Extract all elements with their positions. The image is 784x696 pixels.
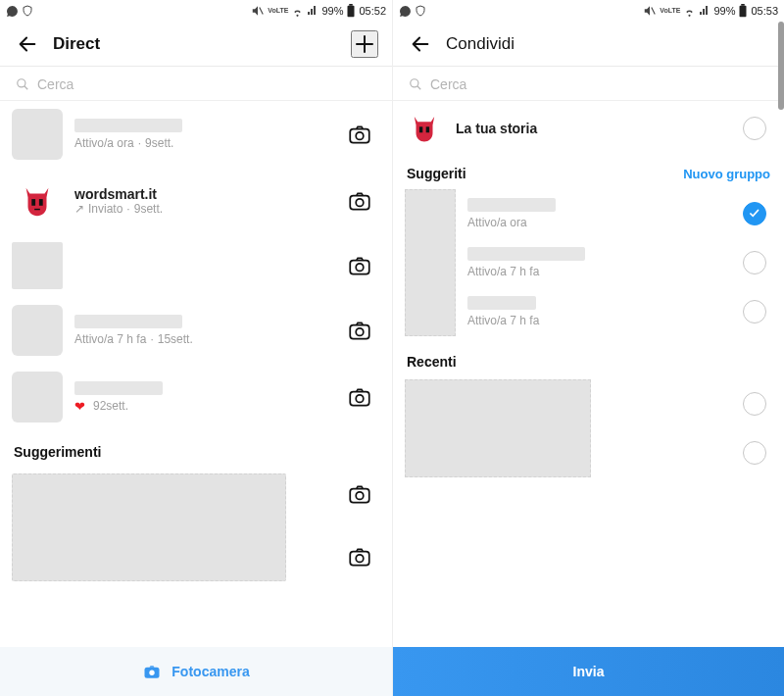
camera-button[interactable] — [345, 186, 374, 216]
camera-button[interactable] — [345, 120, 374, 149]
suggestion-row[interactable] — [0, 466, 392, 589]
avatar-redacted — [12, 242, 63, 289]
page-title: Condividi — [446, 34, 770, 54]
back-button[interactable] — [14, 30, 41, 58]
your-story-row[interactable]: La tua storia — [393, 101, 784, 156]
svg-point-6 — [356, 132, 364, 140]
signal-icon — [699, 5, 710, 17]
select-radio[interactable] — [743, 300, 766, 323]
mute-icon — [251, 4, 265, 18]
volte-icon: VoLTE — [268, 8, 288, 14]
share-row[interactable]: Attivo/a ora — [467, 198, 772, 229]
select-radio[interactable] — [743, 441, 766, 465]
chat-username: wordsmart.it — [74, 186, 345, 202]
avatar — [12, 175, 63, 226]
search-field[interactable]: Cerca — [393, 67, 784, 100]
camera-button[interactable] — [345, 382, 374, 412]
share-status: Attivo/a ora — [467, 216, 743, 229]
battery-text: 99% — [321, 5, 343, 17]
camera-button[interactable] — [345, 479, 374, 509]
whatsapp-icon — [399, 5, 412, 18]
shield-icon — [415, 5, 426, 17]
svg-point-22 — [150, 671, 155, 675]
svg-rect-13 — [350, 325, 369, 339]
svg-rect-19 — [350, 552, 369, 566]
mute-icon — [643, 4, 657, 18]
your-story-label: La tua storia — [456, 121, 743, 136]
search-icon — [16, 77, 29, 91]
svg-point-16 — [356, 395, 364, 403]
chat-row[interactable] — [0, 234, 392, 297]
svg-rect-9 — [350, 196, 369, 210]
camera-bar-label: Fotocamera — [172, 664, 249, 679]
wifi-icon — [683, 5, 696, 18]
whatsapp-icon — [6, 5, 19, 18]
svg-rect-24 — [740, 6, 747, 17]
camera-button[interactable] — [345, 542, 374, 572]
avatars-redacted — [405, 189, 456, 336]
screen-share: VoLTE 99% 05:53 Condividi Cerca — [392, 0, 784, 696]
battery-text: 99% — [713, 5, 735, 17]
chat-row[interactable]: ❤92sett. — [0, 364, 392, 430]
select-radio[interactable] — [743, 392, 766, 416]
camera-icon — [347, 544, 372, 570]
camera-icon — [347, 481, 372, 507]
svg-point-26 — [411, 79, 418, 87]
status-bar: VoLTE 99% 05:52 — [0, 0, 392, 22]
share-row[interactable]: Attivo/a 7 h fa — [467, 296, 772, 327]
battery-icon — [738, 4, 748, 18]
svg-rect-11 — [350, 261, 369, 274]
search-icon — [409, 77, 422, 91]
chat-row[interactable]: wordsmart.it ↗Inviato·9sett. — [0, 168, 392, 234]
direct-list: Attivo/a ora·9sett. wordsmart.i — [0, 101, 392, 696]
username-redacted — [467, 247, 585, 261]
screen-direct: VoLTE 99% 05:52 Direct Cerca — [0, 0, 392, 696]
svg-rect-8 — [39, 199, 43, 206]
send-label: Invia — [573, 664, 605, 679]
wifi-icon — [291, 5, 304, 18]
svg-point-10 — [356, 199, 364, 207]
share-row[interactable]: Attivo/a 7 h fa — [467, 247, 772, 278]
search-field[interactable]: Cerca — [0, 67, 392, 100]
camera-button[interactable] — [345, 316, 374, 345]
story-radio[interactable] — [743, 117, 766, 140]
new-message-button[interactable] — [351, 30, 378, 58]
scrollbar-thumb[interactable] — [778, 22, 784, 110]
send-button[interactable]: Invia — [393, 647, 784, 696]
select-radio[interactable] — [743, 202, 766, 225]
search-placeholder: Cerca — [37, 76, 74, 92]
svg-rect-29 — [426, 126, 429, 132]
share-list: La tua storia Suggeriti Nuovo gruppo Att… — [393, 101, 784, 696]
clock: 05:53 — [751, 5, 778, 17]
svg-point-14 — [356, 328, 364, 336]
svg-line-0 — [260, 8, 264, 15]
svg-point-3 — [18, 79, 25, 87]
chat-row[interactable]: Attivo/a ora·9sett. — [0, 101, 392, 168]
username-redacted — [467, 296, 536, 310]
avatar — [405, 109, 444, 148]
camera-icon — [347, 188, 372, 214]
new-group-link[interactable]: Nuovo gruppo — [683, 167, 770, 181]
svg-point-12 — [356, 264, 364, 272]
chat-status: ↗Inviato·9sett. — [74, 202, 345, 216]
select-radio[interactable] — [743, 251, 766, 274]
svg-rect-25 — [742, 4, 746, 6]
camera-bar-button[interactable]: Fotocamera — [0, 647, 392, 696]
page-title: Direct — [53, 34, 351, 54]
username-redacted — [74, 381, 163, 395]
back-button[interactable] — [407, 30, 434, 58]
camera-icon — [347, 122, 372, 147]
plus-icon — [353, 32, 376, 56]
svg-rect-17 — [350, 489, 369, 503]
avatar — [12, 305, 63, 356]
chat-row[interactable]: Attivo/a 7 h fa·15sett. — [0, 297, 392, 364]
signal-icon — [307, 5, 318, 17]
arrow-left-icon — [410, 33, 431, 55]
camera-button[interactable] — [345, 251, 374, 280]
suggestions-title: Suggerimenti — [0, 430, 392, 466]
camera-icon — [347, 318, 372, 343]
svg-rect-5 — [350, 129, 369, 143]
devil-avatar-icon — [19, 182, 56, 220]
shield-icon — [22, 5, 33, 17]
username-redacted — [467, 198, 556, 212]
